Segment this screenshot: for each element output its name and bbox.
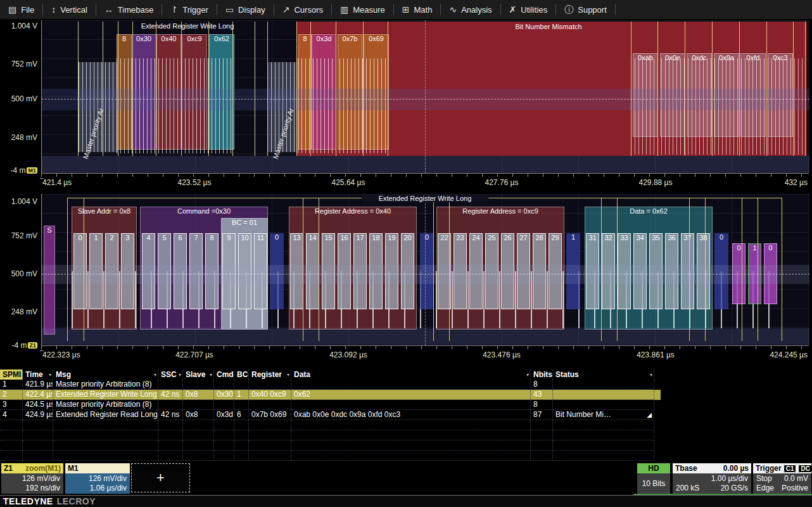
frame-boundary-line bbox=[631, 22, 631, 156]
menu-item-label: Trigger bbox=[182, 5, 208, 15]
menu-item-timebase[interactable]: ↔Timebase bbox=[96, 0, 162, 19]
expand-status-icon[interactable]: ◢ bbox=[647, 410, 654, 420]
display-icon: ▭ bbox=[225, 5, 234, 14]
column-header-label: Data bbox=[294, 370, 310, 380]
column-header-label: Cmd bbox=[217, 370, 234, 380]
level-line bbox=[42, 99, 809, 99]
sort-arrow-icon[interactable]: ▾ bbox=[179, 370, 182, 380]
frame-boundary-line bbox=[319, 198, 319, 341]
empty-cell bbox=[291, 451, 531, 461]
time-label: 429.88 µs bbox=[639, 178, 673, 187]
descriptor-line: 1.06 µs/div bbox=[68, 484, 127, 493]
menu-item-support[interactable]: ⓘSupport bbox=[556, 0, 615, 19]
descriptor-tbase[interactable]: Tbase0.00 µs1.00 µs/div200 kS20 GS/s bbox=[673, 463, 751, 494]
value-left: Stop bbox=[756, 474, 772, 484]
voltage-label: 752 mV bbox=[0, 231, 37, 240]
cell-msg: Extended Register Read Long bbox=[53, 410, 158, 420]
column-header-status[interactable]: Status▾ bbox=[553, 369, 654, 380]
menu-item-utilities[interactable]: ✗Utilities bbox=[501, 0, 556, 19]
empty-cell bbox=[23, 451, 53, 461]
column-header-time[interactable]: Time▾ bbox=[23, 369, 53, 380]
frame-boundary-line bbox=[758, 198, 758, 341]
descriptor-trigger[interactable]: TriggerC1DCStop0.0 mVEdgePositive bbox=[753, 463, 811, 494]
cell-data bbox=[291, 400, 531, 410]
sort-arrow-icon[interactable]: ▾ bbox=[154, 370, 158, 380]
add-trace-button[interactable]: + bbox=[131, 463, 190, 492]
descriptor-title: M1 bbox=[68, 464, 79, 473]
cell-spmi: 1 bbox=[0, 380, 23, 390]
frame-boundary-line bbox=[132, 22, 133, 156]
descriptor-header: Tbase0.00 µs bbox=[673, 463, 751, 473]
trigger-position-line bbox=[425, 194, 426, 345]
column-header-slave[interactable]: Slave▾ bbox=[183, 369, 214, 380]
column-header-cmd[interactable]: Cmd▾ bbox=[214, 369, 234, 380]
cell-time: 422.4 µs bbox=[23, 390, 53, 400]
column-header-msg[interactable]: Msg▾ bbox=[53, 369, 158, 380]
file-icon: ▤ bbox=[8, 5, 16, 14]
menu-item-label: Cursors bbox=[294, 5, 323, 15]
menu-item-file[interactable]: ▤File bbox=[0, 0, 42, 19]
frame-boundary-line bbox=[181, 22, 182, 156]
value-left: Edge bbox=[756, 484, 774, 493]
descriptor-line: 10 Bits bbox=[640, 479, 667, 489]
time-label: 424.245 µs bbox=[770, 350, 808, 359]
frame-boundary-line bbox=[601, 198, 602, 341]
menu-item-label: Utilities bbox=[521, 5, 547, 15]
sort-arrow-icon[interactable]: ▾ bbox=[526, 370, 530, 380]
z1-time-axis: ←422.323 µs422.707 µs423.092 µs423.476 µ… bbox=[41, 345, 809, 363]
table-row[interactable]: 1421.9 µsMaster priority Arbitration (8)… bbox=[0, 380, 661, 390]
frame-boundary-line bbox=[84, 198, 84, 341]
level-line bbox=[42, 274, 809, 274]
empty-cell bbox=[553, 440, 654, 451]
sort-arrow-icon[interactable]: ▾ bbox=[210, 370, 213, 380]
column-header-spmi[interactable]: SPMI bbox=[0, 369, 23, 380]
empty-cell bbox=[158, 420, 183, 430]
descriptor-hd[interactable]: HD10 Bits bbox=[637, 463, 670, 494]
cell-bc: 1 bbox=[234, 390, 249, 400]
column-header-ssc[interactable]: SSC▾ bbox=[158, 369, 183, 380]
descriptor-body: 126 mV/div192 ns/div bbox=[1, 473, 63, 494]
table-row[interactable]: 3424.5 µsMaster priority Arbitration (8)… bbox=[0, 400, 661, 410]
value-right: Positive bbox=[782, 484, 808, 493]
sort-arrow-icon[interactable]: ▾ bbox=[650, 370, 654, 380]
empty-cell bbox=[234, 440, 249, 451]
menu-item-display[interactable]: ▭Display bbox=[217, 0, 274, 19]
column-header-data[interactable]: Data▾ bbox=[291, 369, 531, 380]
column-header-bc[interactable]: BC▾ bbox=[234, 369, 249, 380]
table-row[interactable]: 4424.9 µsExtended Register Read Long42 n… bbox=[0, 410, 661, 420]
frame-boundary-line bbox=[739, 22, 740, 156]
decode-field-label: 8 bbox=[117, 35, 131, 42]
menu-item-measure[interactable]: ▥Measure bbox=[332, 0, 393, 19]
menu-item-math[interactable]: ⊞Math bbox=[394, 0, 441, 19]
menu-item-cursors[interactable]: ↗Cursors bbox=[274, 0, 331, 19]
empty-cell bbox=[214, 440, 234, 451]
level-band bbox=[42, 89, 809, 110]
m1-waveform-plot[interactable]: 80x300x400xc90x6280x3d0x7b0x690xab0x0e0x… bbox=[41, 20, 809, 173]
descriptor-header: TriggerC1DC bbox=[753, 463, 811, 473]
column-header-nbits[interactable]: Nbits▾ bbox=[531, 369, 553, 380]
descriptor-line: 126 mV/div bbox=[4, 474, 60, 484]
sort-arrow-icon[interactable]: ▾ bbox=[49, 370, 53, 380]
z1-waveform-plot[interactable]: SSlave Addr = 0x8Command =0x30BC = 01Reg… bbox=[41, 194, 809, 345]
time-label: 421.4 µs bbox=[42, 178, 72, 187]
empty-cell bbox=[553, 451, 654, 461]
menu-item-trigger[interactable]: ↾Trigger bbox=[162, 0, 216, 19]
decode-field-label: Command =0x30 bbox=[141, 207, 267, 215]
descriptor-m1[interactable]: M1126 mV/div1.06 µs/div bbox=[65, 463, 130, 494]
table-row[interactable]: 2422.4 µsExtended Register Write Long42 … bbox=[0, 390, 661, 400]
trace-badge-z1[interactable]: Z1 bbox=[28, 342, 37, 349]
time-label: 427.76 µs bbox=[485, 178, 519, 187]
menu-item-vertical[interactable]: ↕Vertical bbox=[43, 0, 96, 19]
empty-cell bbox=[531, 451, 553, 461]
menu-item-analysis[interactable]: ∿Analysis bbox=[441, 0, 500, 19]
trace-badge-m1[interactable]: M1 bbox=[27, 167, 37, 174]
sort-arrow-icon[interactable]: ▾ bbox=[287, 370, 291, 380]
decode-field-label: 0x62 bbox=[210, 35, 234, 42]
time-label: 423.476 µs bbox=[483, 350, 521, 359]
empty-cell bbox=[214, 420, 234, 430]
column-header-register[interactable]: Register▾ bbox=[249, 369, 291, 380]
math-icon: ⊞ bbox=[402, 5, 410, 14]
table-row-empty bbox=[0, 440, 661, 451]
badge-dc: DC bbox=[798, 465, 812, 473]
descriptor-z1[interactable]: Z1zoom(M1)126 mV/div192 ns/div bbox=[1, 463, 63, 494]
